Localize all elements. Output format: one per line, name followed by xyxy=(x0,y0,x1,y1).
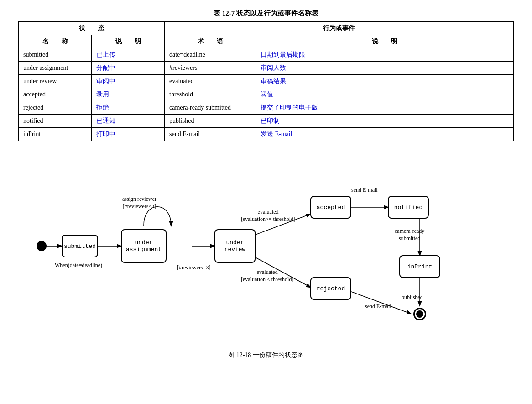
final-state xyxy=(413,308,426,320)
label-send-email-rejected: send E-mail xyxy=(365,303,391,310)
header-state: 状 态 xyxy=(19,22,165,35)
col-term-header: 术 语 xyxy=(165,35,256,48)
table-row: accepted录用threshold阈值 xyxy=(19,88,514,101)
label-assign-reviewer: assign reviewer [#reviewers<3] xyxy=(122,196,156,210)
states-table: 状 态 行为或事件 名 称 说 明 术 语 说 明 submitted已上传da… xyxy=(18,21,514,141)
label-published: published xyxy=(402,294,423,301)
label-reviewers3: [#reviewers=3] xyxy=(177,264,210,272)
state-rejected: rejected xyxy=(310,277,351,300)
term-desc: 日期到最后期限 xyxy=(256,48,514,62)
state-diagram: submitted under assignment under review … xyxy=(18,155,514,346)
term-name: evaluated xyxy=(165,75,256,88)
term-desc: 已印制 xyxy=(256,115,514,128)
label-eval-above: evaluated [evaluation>= threshold] xyxy=(241,209,295,223)
state-name: inPrint xyxy=(19,128,92,141)
term-name: #reviewers xyxy=(165,62,256,75)
term-name: date=deadline xyxy=(165,48,256,62)
diagram-caption: 图 12-18 一份稿件的状态图 xyxy=(18,351,514,359)
state-desc: 已通知 xyxy=(92,115,165,128)
label-eval-below: evaluated [evaluation < threshold] xyxy=(241,269,293,283)
state-name: submitted xyxy=(19,48,92,62)
label-when-date: When(date=deadline) xyxy=(55,262,102,269)
state-accepted: accepted xyxy=(310,196,351,219)
term-name: send E-mail xyxy=(165,128,256,141)
term-desc: 审稿结果 xyxy=(256,75,514,88)
state-submitted: submitted xyxy=(62,235,98,257)
term-desc: 审阅人数 xyxy=(256,62,514,75)
state-desc: 审阅中 xyxy=(92,75,165,88)
state-name: under assignment xyxy=(19,62,92,75)
header-behavior: 行为或事件 xyxy=(165,22,514,35)
table-title: 表 12-7 状态以及行为或事件名称表 xyxy=(18,9,514,18)
state-name: under review xyxy=(19,75,92,88)
term-name: threshold xyxy=(165,88,256,101)
table-row: under review审阅中evaluated审稿结果 xyxy=(19,75,514,88)
term-desc: 提交了印制的电子版 xyxy=(256,101,514,115)
label-camera-ready: camera-ready submitted xyxy=(395,228,424,242)
term-name: published xyxy=(165,115,256,128)
state-notified: notified xyxy=(388,196,429,219)
col-name-header: 名 称 xyxy=(19,35,92,48)
label-send-email-accepted: send E-mail xyxy=(351,187,378,194)
state-desc: 拒绝 xyxy=(92,101,165,115)
table-row: notified已通知published已印制 xyxy=(19,115,514,128)
state-desc: 录用 xyxy=(92,88,165,101)
initial-state xyxy=(37,241,47,251)
term-desc: 阈值 xyxy=(256,88,514,101)
col-desc-header: 说 明 xyxy=(92,35,165,48)
state-desc: 已上传 xyxy=(92,48,165,62)
state-under-review: under review xyxy=(214,229,256,263)
state-under-assignment: under assignment xyxy=(121,229,167,263)
state-desc: 打印中 xyxy=(92,128,165,141)
state-desc: 分配中 xyxy=(92,62,165,75)
state-name: notified xyxy=(19,115,92,128)
term-name: camera-ready submitted xyxy=(165,101,256,115)
state-name: rejected xyxy=(19,101,92,115)
table-row: rejected拒绝camera-ready submitted提交了印制的电子… xyxy=(19,101,514,115)
table-row: inPrint打印中send E-mail发送 E-mail xyxy=(19,128,514,141)
table-row: under assignment分配中#reviewers审阅人数 xyxy=(19,62,514,75)
state-name: accepted xyxy=(19,88,92,101)
term-desc: 发送 E-mail xyxy=(256,128,514,141)
col-term-desc-header: 说 明 xyxy=(256,35,514,48)
table-row: submitted已上传date=deadline日期到最后期限 xyxy=(19,48,514,62)
state-inprint: inPrint xyxy=(399,255,440,278)
